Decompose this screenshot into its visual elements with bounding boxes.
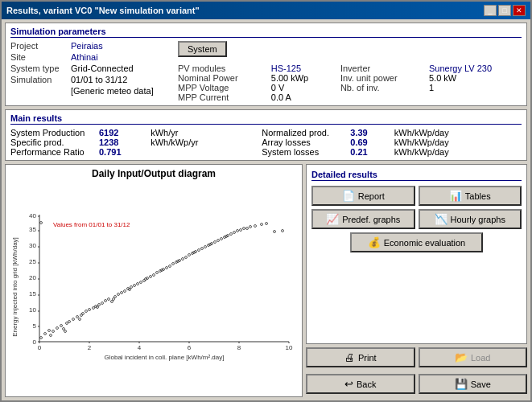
sim-right: System PV modules HS-125 Inverter Sunerg… — [178, 41, 522, 102]
top-btn-grid: 📄 Report 📊 Tables 📈 Predef. graphs — [311, 186, 522, 229]
svg-point-50 — [93, 307, 95, 310]
svg-text:35: 35 — [29, 226, 36, 233]
minimize-button[interactable]: _ — [484, 5, 497, 16]
svg-point-101 — [261, 224, 263, 226]
svg-point-60 — [124, 290, 126, 293]
svg-text:5: 5 — [33, 322, 37, 330]
site-row: Site Athinai — [10, 52, 171, 62]
system-type-row: System type Grid-Connected — [10, 64, 171, 73]
nominal-power-value: 5.00 kWp — [271, 73, 340, 83]
system-losses-value: 0.21 — [350, 147, 394, 157]
performance-ratio-label: Performance Ratio — [10, 147, 99, 157]
pv-modules-row: PV modules HS-125 Inverter Sunergy LV 23… — [178, 64, 522, 73]
close-button[interactable]: ✕ — [513, 5, 526, 16]
maximize-button[interactable]: □ — [498, 5, 511, 16]
simulation-label: Simulation — [10, 75, 71, 84]
nb-inv-label: Nb. of inv. — [340, 83, 429, 92]
inv-unit-power-label: Inv. unit power — [340, 73, 429, 83]
svg-point-39 — [56, 327, 59, 330]
svg-point-79 — [185, 256, 188, 259]
right-panel: Detailed results 📄 Report 📊 Tables 📈 — [306, 164, 527, 397]
svg-point-84 — [201, 248, 204, 250]
svg-point-35 — [44, 333, 47, 335]
load-label: Load — [471, 353, 490, 363]
simulation-params-panel: Simulation parameters Project Peiraias S… — [5, 23, 527, 106]
y-axis-label: Energy injected into grid [kWh/day] — [11, 237, 19, 337]
print-label: Print — [358, 353, 377, 363]
svg-point-64 — [137, 283, 139, 285]
predef-graphs-label: Predef. graphs — [342, 215, 400, 224]
normalized-prod-unit: kWh/kWp/day — [394, 128, 522, 137]
performance-ratio-value: 0.791 — [99, 147, 151, 157]
load-icon: 📂 — [455, 351, 468, 363]
pv-modules-label: PV modules — [178, 64, 271, 73]
system-type-label: System type — [10, 64, 71, 73]
svg-text:2: 2 — [88, 344, 92, 351]
mpp-voltage-value: 0 V — [271, 83, 340, 92]
system-losses-unit: kWh/kWp/day — [394, 147, 522, 157]
report-icon: 📄 — [342, 190, 355, 202]
svg-text:0: 0 — [38, 344, 42, 351]
predef-graphs-icon: 📈 — [326, 213, 339, 225]
mpp-current-value: 0.0 A — [271, 92, 340, 102]
simulation-row: Simulation 01/01 to 31/12 — [10, 75, 171, 84]
project-label: Project — [10, 41, 71, 51]
tables-button[interactable]: 📊 Tables — [419, 186, 522, 206]
mpp-voltage-label: MPP Voltage — [178, 83, 271, 92]
detailed-results-title: Detailed results — [311, 170, 522, 181]
svg-text:8: 8 — [237, 344, 241, 351]
svg-text:Values from 01/01 to    31/12: Values from 01/01 to 31/12 — [53, 221, 130, 228]
print-load-grid: 🖨 Print 📂 Load — [306, 347, 527, 367]
svg-text:Global incident in coll. plane: Global incident in coll. plane [kWh/m².d… — [105, 354, 225, 361]
svg-point-74 — [169, 265, 171, 268]
save-button[interactable]: 💾 Save — [419, 374, 528, 394]
svg-point-40 — [60, 325, 63, 327]
detailed-results-panel: Detailed results 📄 Report 📊 Tables 📈 — [306, 164, 527, 344]
specific-prod-row: Specific prod. 1238 kWh/kWp/yr Array los… — [10, 137, 522, 147]
economic-row: 💰 Economic evaluation — [311, 232, 522, 252]
main-content: Simulation parameters Project Peiraias S… — [2, 19, 530, 400]
svg-point-107 — [80, 314, 83, 317]
simulation-note: [Generic meteo data] — [71, 86, 154, 96]
svg-point-105 — [282, 230, 284, 232]
system-production-label: System Production — [10, 128, 99, 137]
economic-eval-button[interactable]: 💰 Economic evaluation — [350, 232, 484, 252]
svg-point-103 — [274, 231, 276, 233]
tables-label: Tables — [465, 191, 491, 201]
main-results-panel: Main results System Production 6192 kWh/… — [5, 109, 527, 161]
simulation-value: 01/01 to 31/12 — [71, 75, 127, 84]
svg-point-53 — [101, 302, 104, 305]
print-button[interactable]: 🖨 Print — [306, 347, 415, 367]
hourly-graphs-button[interactable]: 📉 Hourly graphs — [419, 209, 522, 229]
svg-point-98 — [246, 228, 249, 230]
specific-prod-value: 1238 — [99, 137, 151, 147]
svg-text:10: 10 — [29, 306, 36, 314]
svg-point-49 — [89, 309, 91, 311]
specific-prod-label: Specific prod. — [10, 137, 99, 147]
svg-point-41 — [63, 328, 65, 330]
svg-point-52 — [98, 304, 101, 306]
pv-params-table: PV modules HS-125 Inverter Sunergy LV 23… — [178, 64, 522, 102]
mpp-voltage-row: MPP Voltage 0 V Nb. of inv. 1 — [178, 83, 522, 92]
svg-text:40: 40 — [29, 212, 36, 219]
svg-point-106 — [64, 330, 67, 333]
inverter-label: Inverter — [340, 64, 429, 73]
report-button[interactable]: 📄 Report — [311, 186, 415, 206]
system-button[interactable]: System — [178, 41, 227, 57]
back-button[interactable]: ↩ Back — [306, 374, 415, 394]
print-icon: 🖨 — [344, 351, 355, 363]
inverter-value: Sunergy LV 230 — [429, 64, 522, 73]
svg-point-55 — [108, 298, 110, 301]
simulation-params-title: Simulation parameters — [10, 27, 522, 38]
svg-point-97 — [243, 228, 245, 230]
predef-graphs-button[interactable]: 📈 Predef. graphs — [311, 209, 415, 229]
svg-text:4: 4 — [138, 344, 142, 351]
svg-point-44 — [72, 318, 75, 321]
svg-point-34 — [40, 337, 43, 339]
svg-point-63 — [134, 285, 136, 287]
svg-point-59 — [121, 292, 123, 294]
load-button[interactable]: 📂 Load — [419, 347, 528, 367]
svg-point-96 — [240, 229, 242, 232]
svg-point-54 — [105, 300, 107, 302]
svg-point-90 — [221, 238, 223, 240]
